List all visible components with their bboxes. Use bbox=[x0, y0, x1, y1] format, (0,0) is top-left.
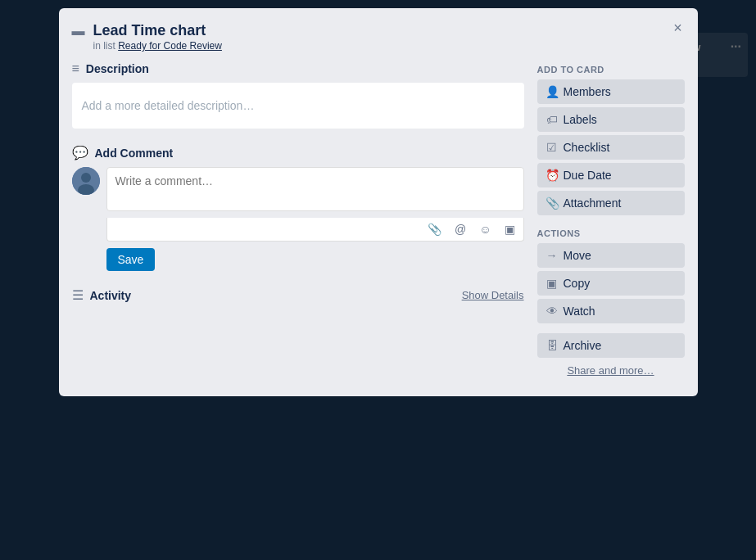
description-section: ≡ Description Add a more detailed descri… bbox=[72, 61, 524, 129]
share-more-button[interactable]: Share and more… bbox=[537, 364, 685, 377]
comment-section-header: 💬 Add Comment bbox=[72, 145, 524, 160]
activity-title: Activity bbox=[90, 289, 132, 302]
checklist-button[interactable]: ☑ Checklist bbox=[537, 135, 685, 160]
description-title: Description bbox=[86, 62, 149, 75]
user-avatar bbox=[72, 167, 100, 195]
actions-heading: ACTIONS bbox=[537, 228, 685, 238]
emoji-button[interactable]: ☺ bbox=[476, 221, 494, 237]
move-label: Move bbox=[564, 249, 591, 262]
labels-label: Labels bbox=[564, 113, 597, 126]
members-icon: 👤 bbox=[545, 85, 559, 98]
description-header: ≡ Description bbox=[72, 61, 524, 76]
copy-label: Copy bbox=[564, 277, 591, 290]
modal-left-column: ≡ Description Add a more detailed descri… bbox=[72, 61, 524, 377]
checklist-label: Checklist bbox=[564, 141, 610, 154]
labels-button[interactable]: 🏷 Labels bbox=[537, 107, 685, 132]
comment-section-title: Add Comment bbox=[95, 147, 174, 160]
description-icon: ≡ bbox=[72, 61, 79, 76]
card-type-icon: ▬ bbox=[72, 24, 85, 38]
add-to-card-heading: ADD TO CARD bbox=[537, 65, 685, 75]
comment-toolbar: 📎 @ ☺ ▣ bbox=[106, 218, 524, 242]
modal-header: ▬ Lead Time chart in list Ready for Code… bbox=[72, 21, 685, 52]
svg-point-1 bbox=[81, 173, 91, 183]
attach-button[interactable]: 📎 bbox=[424, 221, 445, 237]
comment-input-wrapper: 📎 @ ☺ ▣ Save bbox=[106, 167, 524, 271]
copy-button[interactable]: ▣ Copy bbox=[537, 271, 685, 296]
modal-right-sidebar: ADD TO CARD 👤 Members 🏷 Labels ☑ Checkli… bbox=[537, 61, 685, 377]
modal-body: ≡ Description Add a more detailed descri… bbox=[72, 61, 685, 377]
modal-overlay: × ▬ Lead Time chart in list Ready for Co… bbox=[0, 0, 756, 560]
modal-close-button[interactable]: × bbox=[667, 16, 690, 39]
move-button[interactable]: → Move bbox=[537, 243, 685, 268]
activity-header-row: ☰ Activity Show Details bbox=[72, 287, 524, 303]
labels-icon: 🏷 bbox=[545, 113, 559, 126]
card-modal: × ▬ Lead Time chart in list Ready for Co… bbox=[59, 8, 698, 396]
activity-header: ☰ Activity bbox=[72, 287, 132, 303]
watch-button[interactable]: 👁 Watch bbox=[537, 299, 685, 323]
description-placeholder[interactable]: Add a more detailed description… bbox=[72, 83, 524, 129]
watch-icon: 👁 bbox=[545, 305, 559, 318]
archive-label: Archive bbox=[564, 339, 602, 352]
due-date-label: Due Date bbox=[564, 169, 612, 182]
sidebar-divider-2 bbox=[537, 327, 685, 333]
list-name-link[interactable]: Ready for Code Review bbox=[118, 40, 222, 52]
comment-area: 📎 @ ☺ ▣ Save bbox=[72, 167, 524, 271]
show-details-button[interactable]: Show Details bbox=[462, 289, 524, 301]
card-title: Lead Time chart bbox=[93, 21, 222, 40]
comment-input[interactable] bbox=[106, 167, 524, 211]
mention-button[interactable]: @ bbox=[451, 221, 469, 237]
card-button[interactable]: ▣ bbox=[501, 221, 518, 237]
move-icon: → bbox=[545, 249, 559, 262]
archive-button[interactable]: 🗄 Archive bbox=[537, 333, 685, 358]
activity-icon: ☰ bbox=[72, 287, 84, 303]
add-comment-section: 💬 Add Comment bbox=[72, 145, 524, 271]
due-date-button[interactable]: ⏰ Due Date bbox=[537, 163, 685, 187]
card-list-reference: in list Ready for Code Review bbox=[93, 40, 222, 52]
save-comment-button[interactable]: Save bbox=[106, 248, 156, 271]
sidebar-divider bbox=[537, 219, 685, 225]
members-button[interactable]: 👤 Members bbox=[537, 79, 685, 104]
activity-section: ☰ Activity Show Details bbox=[72, 287, 524, 303]
checklist-icon: ☑ bbox=[545, 141, 559, 154]
comment-icon: 💬 bbox=[72, 145, 88, 160]
watch-label: Watch bbox=[564, 305, 595, 318]
attachment-icon: 📎 bbox=[545, 196, 559, 210]
archive-icon: 🗄 bbox=[545, 339, 559, 352]
modal-header-text: Lead Time chart in list Ready for Code R… bbox=[93, 21, 222, 52]
due-date-icon: ⏰ bbox=[545, 169, 559, 182]
attachment-label: Attachment bbox=[564, 196, 622, 210]
attachment-button[interactable]: 📎 Attachment bbox=[537, 191, 685, 215]
copy-icon: ▣ bbox=[545, 277, 559, 290]
members-label: Members bbox=[564, 85, 611, 98]
